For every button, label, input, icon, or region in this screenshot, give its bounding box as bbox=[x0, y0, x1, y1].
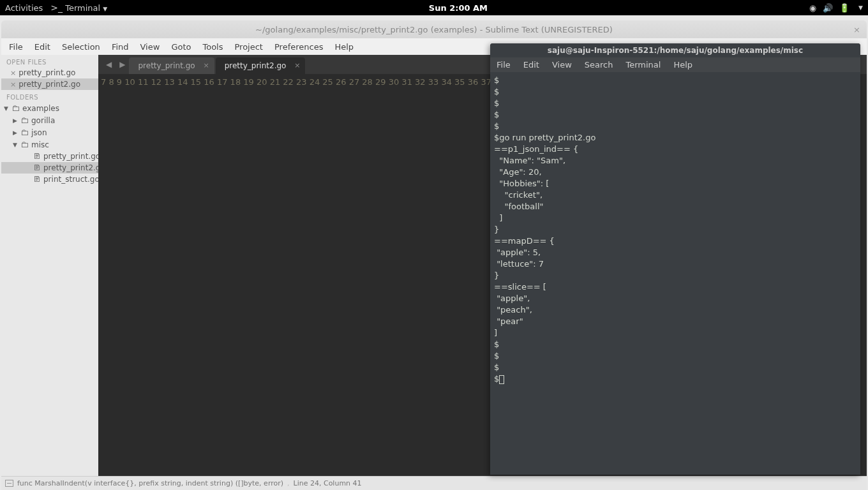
folder-icon bbox=[20, 128, 30, 137]
editor-tab[interactable]: pretty_print2.go× bbox=[216, 57, 306, 74]
open-files-header: OPEN FILES bbox=[1, 55, 98, 67]
file-icon bbox=[33, 175, 42, 184]
folder-item[interactable]: ▶gorilla bbox=[1, 114, 98, 126]
sidebar: OPEN FILES ×pretty_print.go ×pretty_prin… bbox=[1, 55, 98, 476]
close-icon[interactable]: × bbox=[10, 80, 16, 89]
panel-icon[interactable] bbox=[5, 480, 13, 487]
chevron-down-icon[interactable]: ▼ bbox=[858, 4, 863, 11]
status-bar: func MarshalIndent(v interface{}, prefix… bbox=[1, 476, 867, 490]
terminal-output[interactable]: $ $ $ $ $ $go run pretty_print2.go ==p1_… bbox=[490, 72, 860, 475]
folder-icon bbox=[20, 140, 30, 149]
chevron-right-icon: ▶ bbox=[13, 130, 19, 136]
battery-icon[interactable] bbox=[839, 3, 849, 13]
menu-project[interactable]: Project bbox=[234, 42, 262, 52]
term-menu-terminal[interactable]: Terminal bbox=[625, 60, 661, 70]
close-icon[interactable]: × bbox=[294, 61, 300, 70]
window-title: ~/golang/examples/misc/pretty_print2.go … bbox=[255, 25, 613, 34]
menu-goto[interactable]: Goto bbox=[171, 42, 191, 52]
file-item[interactable]: pretty_print2.go bbox=[1, 162, 98, 174]
menu-tools[interactable]: Tools bbox=[202, 42, 223, 52]
term-menu-file[interactable]: File bbox=[497, 60, 511, 70]
status-signature: func MarshalIndent(v interface{}, prefix… bbox=[17, 479, 283, 487]
folder-icon bbox=[20, 115, 30, 125]
file-item[interactable]: print_struct.go bbox=[1, 174, 98, 185]
window-titlebar[interactable]: ~/golang/examples/misc/pretty_print2.go … bbox=[1, 20, 867, 38]
folder-icon bbox=[11, 103, 21, 113]
chevron-down-icon: ▼ bbox=[4, 105, 10, 112]
term-menu-search[interactable]: Search bbox=[585, 60, 613, 70]
menu-help[interactable]: Help bbox=[334, 42, 354, 52]
term-menu-edit[interactable]: Edit bbox=[523, 60, 539, 70]
volume-icon[interactable] bbox=[823, 3, 833, 13]
clock[interactable]: Sun 2:00 AM bbox=[107, 3, 809, 13]
menu-file[interactable]: File bbox=[9, 42, 23, 52]
term-menu-view[interactable]: View bbox=[552, 60, 572, 70]
file-icon bbox=[33, 163, 42, 172]
status-position: Line 24, Column 41 bbox=[294, 479, 362, 487]
menu-preferences[interactable]: Preferences bbox=[274, 42, 323, 52]
terminal-icon: >_ bbox=[50, 3, 63, 13]
terminal-app-indicator[interactable]: >_ Terminal▼ bbox=[50, 3, 107, 13]
chevron-down-icon: ▼ bbox=[103, 6, 107, 12]
folder-root[interactable]: ▼examples bbox=[1, 102, 98, 114]
wifi-icon[interactable] bbox=[809, 3, 816, 13]
menu-view[interactable]: View bbox=[140, 42, 160, 52]
editor-tab[interactable]: pretty_print.go× bbox=[129, 57, 214, 74]
open-file-item[interactable]: ×pretty_print.go bbox=[1, 67, 98, 78]
close-icon[interactable]: × bbox=[203, 61, 209, 70]
file-icon bbox=[33, 152, 42, 161]
file-item[interactable]: pretty_print.go bbox=[1, 151, 98, 162]
term-menu-help[interactable]: Help bbox=[673, 60, 692, 70]
folder-item[interactable]: ▶json bbox=[1, 126, 98, 138]
menu-find[interactable]: Find bbox=[112, 42, 129, 52]
gutter: 7 8 9 10 11 12 13 14 15 16 17 18 19 20 2… bbox=[98, 74, 523, 437]
tab-nav-back[interactable]: ◀ bbox=[102, 60, 116, 69]
close-icon[interactable]: × bbox=[853, 25, 860, 34]
terminal-window: saju@saju-Inspiron-5521:/home/saju/golan… bbox=[490, 43, 860, 475]
folders-header: FOLDERS bbox=[1, 90, 98, 102]
folder-item[interactable]: ▼misc bbox=[1, 138, 98, 151]
close-icon[interactable]: × bbox=[10, 69, 16, 77]
chevron-right-icon: ▶ bbox=[13, 117, 19, 124]
top-panel: Activities >_ Terminal▼ Sun 2:00 AM ▼ bbox=[0, 0, 868, 15]
cursor bbox=[499, 375, 504, 384]
terminal-title[interactable]: saju@saju-Inspiron-5521:/home/saju/golan… bbox=[490, 43, 860, 57]
menu-edit[interactable]: Edit bbox=[34, 42, 50, 52]
terminal-menu: File Edit View Search Terminal Help bbox=[490, 57, 860, 72]
chevron-down-icon: ▼ bbox=[13, 142, 19, 148]
activities-button[interactable]: Activities bbox=[5, 3, 43, 13]
open-file-item[interactable]: ×pretty_print2.go bbox=[1, 78, 98, 90]
menu-selection[interactable]: Selection bbox=[62, 42, 100, 52]
tab-nav-fwd[interactable]: ▶ bbox=[116, 60, 129, 69]
